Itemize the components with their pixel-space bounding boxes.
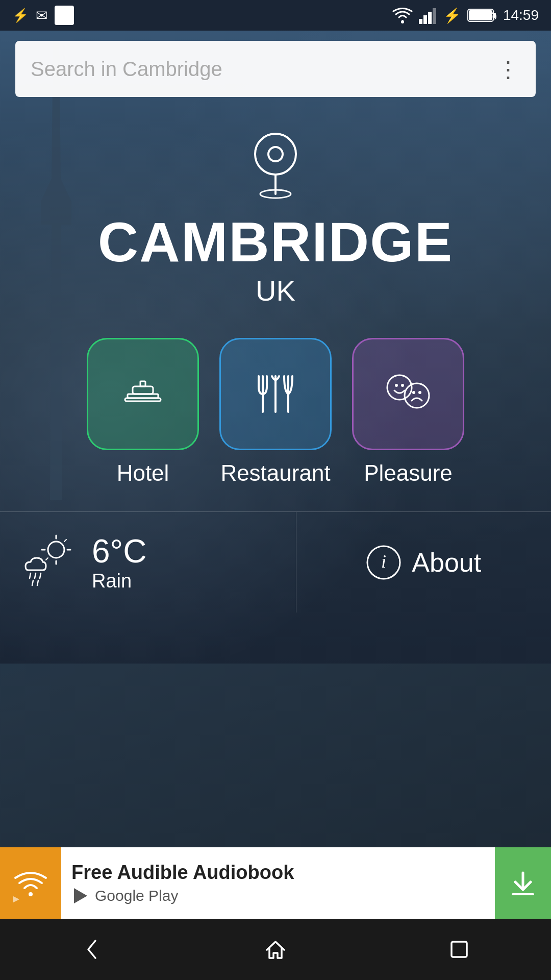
back-icon [79, 937, 105, 962]
ad-subtitle: Google Play [71, 887, 485, 905]
svg-point-25 [48, 542, 64, 558]
svg-line-33 [35, 573, 36, 578]
svg-point-20 [395, 384, 398, 387]
svg-line-34 [40, 573, 41, 578]
screenshot-icon [55, 6, 74, 25]
svg-rect-13 [140, 381, 145, 386]
charging-icon: ⚡ [443, 7, 461, 24]
pleasure-category[interactable]: Pleasure [352, 338, 464, 486]
svg-rect-4 [433, 8, 436, 24]
weather-section: 6°C Rain [0, 512, 296, 612]
svg-rect-41 [452, 942, 467, 957]
weather-icon [20, 534, 77, 591]
status-bar: ⚡ ✉ ⚡ 99% 14:59 [0, 0, 551, 31]
recent-apps-icon [446, 937, 472, 962]
svg-point-39 [29, 892, 33, 896]
home-button[interactable] [255, 929, 296, 970]
google-play-icon [71, 887, 90, 905]
battery-percent: 99% [472, 8, 497, 22]
hotel-category[interactable]: Hotel [87, 338, 199, 486]
ad-title: Free Audible Audiobook [71, 862, 485, 884]
pleasure-label: Pleasure [364, 460, 453, 486]
main-content: Search in Cambridge ⋮ CAMBRIDGE UK [0, 31, 551, 612]
weather-text: 6°C Rain [92, 532, 146, 592]
svg-rect-1 [419, 19, 422, 24]
restaurant-icon [247, 366, 304, 422]
svg-point-8 [255, 134, 296, 175]
usb-icon: ⚡ [12, 8, 29, 23]
about-icon: i [366, 545, 402, 580]
restaurant-category[interactable]: Restaurant [219, 338, 332, 486]
pleasure-icon [380, 366, 436, 422]
signal-icon [419, 7, 437, 24]
notification-icon: ✉ [36, 7, 47, 24]
search-placeholder[interactable]: Search in Cambridge [31, 58, 222, 81]
svg-line-36 [37, 580, 38, 585]
svg-rect-12 [133, 386, 153, 394]
city-name: CAMBRIDGE [98, 209, 453, 274]
weather-description: Rain [92, 570, 146, 592]
about-label: About [412, 547, 481, 578]
category-row: Hotel Restaurant [0, 338, 551, 486]
svg-point-21 [401, 384, 404, 387]
audible-icon [10, 863, 51, 903]
restaurant-label: Restaurant [220, 460, 330, 486]
svg-point-23 [412, 391, 415, 394]
battery-indicator: 99% [467, 8, 497, 23]
country-name: UK [256, 274, 295, 307]
svg-line-35 [32, 580, 33, 585]
home-icon [263, 937, 288, 962]
ad-content: Free Audible Audiobook Google Play [61, 847, 495, 919]
svg-rect-3 [428, 12, 432, 24]
temperature: 6°C [92, 532, 146, 570]
ad-logo [0, 847, 61, 919]
ad-download-button[interactable] [495, 847, 551, 919]
about-section[interactable]: i About [296, 512, 552, 612]
search-bar[interactable]: Search in Cambridge ⋮ [15, 41, 536, 97]
svg-point-0 [401, 20, 404, 23]
clock: 14:59 [503, 7, 539, 23]
svg-rect-14 [125, 398, 161, 401]
hotel-icon [115, 366, 171, 422]
wifi-icon [392, 7, 413, 24]
recent-apps-button[interactable] [439, 929, 480, 970]
download-icon [508, 868, 538, 898]
restaurant-circle [219, 338, 332, 450]
svg-line-30 [64, 540, 66, 542]
svg-rect-2 [423, 15, 427, 24]
svg-line-31 [46, 558, 48, 560]
svg-line-32 [30, 573, 31, 578]
info-row: 6°C Rain i About [0, 511, 551, 612]
pleasure-circle [352, 338, 464, 450]
hotel-circle [87, 338, 199, 450]
location-pin-icon [245, 128, 306, 199]
ad-store-label: Google Play [95, 887, 178, 904]
navigation-bar [0, 919, 551, 980]
menu-dots-icon[interactable]: ⋮ [497, 56, 520, 82]
location-section: CAMBRIDGE UK [98, 128, 453, 307]
back-button[interactable] [71, 929, 112, 970]
svg-point-9 [268, 147, 283, 161]
hotel-label: Hotel [117, 460, 169, 486]
svg-text:i: i [381, 551, 386, 572]
ad-banner[interactable]: Free Audible Audiobook Google Play [0, 847, 551, 919]
svg-point-24 [418, 391, 421, 394]
